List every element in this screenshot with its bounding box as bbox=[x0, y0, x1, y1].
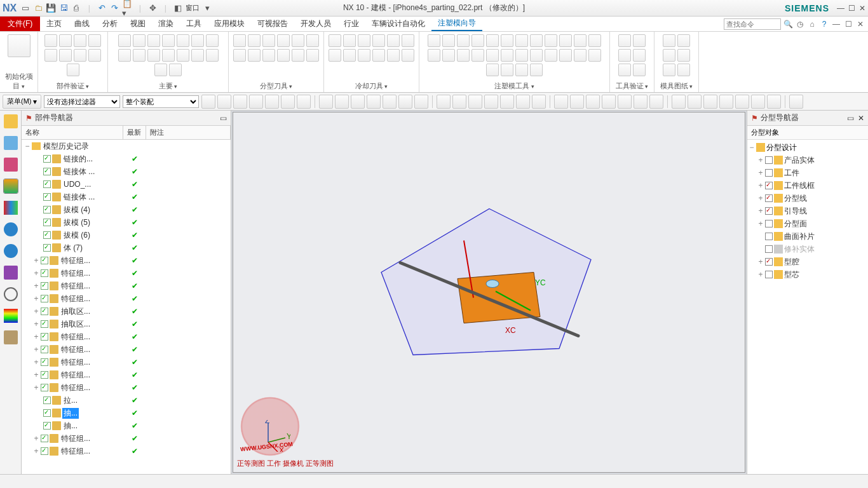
ribbon-tab[interactable]: 可视报告 bbox=[251, 17, 294, 31]
status-btn[interactable] bbox=[825, 476, 836, 487]
ribbon-tab[interactable]: 渲染 bbox=[152, 17, 180, 31]
ribbon-command-icon[interactable] bbox=[677, 64, 690, 76]
tree-row[interactable]: 拉...✔ bbox=[22, 394, 231, 407]
ribbon-command-icon[interactable] bbox=[442, 49, 455, 62]
ribbon-command-icon[interactable] bbox=[191, 49, 204, 62]
toolbar-button[interactable] bbox=[672, 95, 686, 109]
ribbon-command-icon[interactable] bbox=[74, 34, 86, 47]
toolbar-button[interactable] bbox=[554, 95, 568, 109]
ribbon-command-icon[interactable] bbox=[588, 49, 601, 62]
toolbar-button[interactable] bbox=[351, 95, 365, 109]
assembly-scope-select[interactable]: 整个装配 bbox=[123, 95, 199, 108]
help-icon[interactable]: ? bbox=[819, 19, 829, 29]
tree-row[interactable]: +产品实体 bbox=[749, 154, 867, 166]
toolbar-button[interactable] bbox=[367, 95, 381, 109]
tree-row[interactable]: 链接体 ...✔ bbox=[22, 165, 231, 178]
tree-root[interactable]: −分型设计 bbox=[749, 141, 867, 154]
tree-row[interactable]: +特征组...✔ bbox=[22, 369, 231, 381]
tree-row[interactable]: +特征组...✔ bbox=[22, 267, 231, 280]
parting-tree[interactable]: −分型设计+产品实体+工件+工件线框+分型线+引导线+分型面曲面补片修补实体+型… bbox=[747, 140, 868, 474]
ribbon-command-icon[interactable] bbox=[402, 49, 414, 62]
menu-button[interactable]: 菜单(M)▾ bbox=[3, 95, 41, 109]
ribbon-command-icon[interactable] bbox=[262, 34, 275, 47]
checkbox-icon[interactable] bbox=[41, 371, 48, 379]
panel-opts-icon[interactable]: ▭ bbox=[847, 114, 854, 123]
maximize-button[interactable]: ☐ bbox=[848, 4, 855, 13]
tree-row[interactable]: +分型线 bbox=[749, 192, 867, 205]
ribbon-command-icon[interactable] bbox=[233, 49, 246, 62]
ribbon-command-icon[interactable] bbox=[387, 49, 400, 62]
toolbar-button[interactable] bbox=[217, 95, 231, 109]
ribbon-tab[interactable]: 工具 bbox=[180, 17, 208, 31]
ribbon-command-icon[interactable] bbox=[559, 49, 572, 62]
toolbar-button[interactable] bbox=[319, 95, 333, 109]
ribbon-command-icon[interactable] bbox=[306, 49, 319, 62]
tree-row[interactable]: +特征组...✔ bbox=[22, 445, 231, 458]
tree-row[interactable]: +特征组...✔ bbox=[22, 292, 231, 305]
toolbar-button[interactable] bbox=[297, 95, 311, 109]
ribbon-command-icon[interactable] bbox=[501, 64, 513, 76]
ribbon-command-icon[interactable] bbox=[233, 34, 246, 47]
checkbox-icon[interactable] bbox=[43, 168, 51, 175]
file-menu[interactable]: 文件(F) bbox=[0, 17, 40, 31]
ribbon-command-icon[interactable] bbox=[574, 49, 587, 62]
ribbon-command-icon[interactable] bbox=[501, 34, 513, 47]
ribbon-command-icon[interactable] bbox=[358, 34, 370, 47]
status-btn[interactable] bbox=[811, 476, 822, 487]
ribbon-command-icon[interactable] bbox=[59, 34, 72, 47]
toolbar-button[interactable] bbox=[516, 95, 530, 109]
toolbar-button[interactable] bbox=[452, 95, 466, 109]
ribbon-command-icon[interactable] bbox=[292, 49, 304, 62]
rail-constraint-icon[interactable] bbox=[4, 158, 18, 172]
checkbox-icon[interactable] bbox=[43, 409, 51, 417]
checkbox-icon[interactable] bbox=[41, 358, 48, 366]
panel-opts-icon[interactable]: ▭ bbox=[220, 114, 227, 123]
tree-row[interactable]: UDO_...✔ bbox=[22, 178, 231, 191]
ribbon-command-icon[interactable] bbox=[663, 49, 675, 62]
toolbar-button[interactable] bbox=[398, 95, 412, 109]
ribbon-command-icon[interactable] bbox=[574, 34, 587, 47]
ribbon-tab[interactable]: 分析 bbox=[96, 17, 124, 31]
redo-icon[interactable]: ↷ bbox=[109, 3, 119, 13]
status-btn[interactable] bbox=[853, 476, 864, 487]
ribbon-command-icon[interactable] bbox=[177, 34, 189, 47]
checkbox-icon[interactable] bbox=[41, 384, 48, 391]
ribbon-command-icon[interactable] bbox=[329, 34, 341, 47]
checkbox-icon[interactable] bbox=[765, 156, 773, 164]
checkbox-icon[interactable] bbox=[41, 333, 48, 341]
ribbon-command-icon[interactable] bbox=[44, 49, 57, 62]
ribbon-command-icon[interactable] bbox=[530, 34, 543, 47]
checkbox-icon[interactable] bbox=[765, 233, 773, 240]
checkbox-icon[interactable] bbox=[43, 219, 51, 226]
tree-row[interactable]: +特征组...✔ bbox=[22, 254, 231, 267]
ribbon-tab[interactable]: 视图 bbox=[124, 17, 152, 31]
ribbon-command-icon[interactable] bbox=[663, 34, 675, 47]
ribbon-command-icon[interactable] bbox=[486, 64, 499, 76]
tree-row[interactable]: +分型面 bbox=[749, 217, 867, 230]
ribbon-command-icon[interactable] bbox=[372, 49, 385, 62]
checkbox-icon[interactable] bbox=[41, 308, 48, 315]
col-note[interactable]: 附注 bbox=[146, 126, 231, 139]
checkbox-icon[interactable] bbox=[43, 422, 51, 430]
undo-icon[interactable]: ↶ bbox=[97, 3, 107, 13]
ribbon-command-icon[interactable] bbox=[74, 49, 86, 62]
recent-icon[interactable]: ◷ bbox=[795, 19, 805, 29]
tree-row[interactable]: 链接体 ...✔ bbox=[22, 191, 231, 203]
ribbon-command-icon[interactable] bbox=[59, 49, 72, 62]
rail-nav-icon[interactable] bbox=[4, 114, 18, 128]
command-search-input[interactable] bbox=[724, 18, 781, 30]
ribbon-command-icon[interactable] bbox=[343, 34, 356, 47]
part-tree[interactable]: −模型历史记录链接的...✔链接体 ...✔UDO_...✔链接体 ...✔拔模… bbox=[22, 140, 231, 474]
tree-row[interactable]: +特征组...✔ bbox=[22, 280, 231, 292]
close-doc-button[interactable]: ✕ bbox=[855, 19, 865, 29]
ribbon-command-icon[interactable] bbox=[277, 34, 290, 47]
ribbon-command-icon[interactable] bbox=[292, 34, 304, 47]
ribbon-command-icon[interactable] bbox=[486, 49, 499, 62]
checkbox-icon[interactable] bbox=[43, 193, 51, 201]
ribbon-command-icon[interactable] bbox=[618, 49, 631, 62]
tree-row[interactable]: +型芯 bbox=[749, 268, 867, 281]
ribbon-command-icon[interactable] bbox=[530, 49, 543, 62]
ribbon-command-icon[interactable] bbox=[618, 34, 631, 47]
ribbon-command-icon[interactable] bbox=[515, 34, 528, 47]
save-icon[interactable]: 💾 bbox=[46, 3, 56, 13]
